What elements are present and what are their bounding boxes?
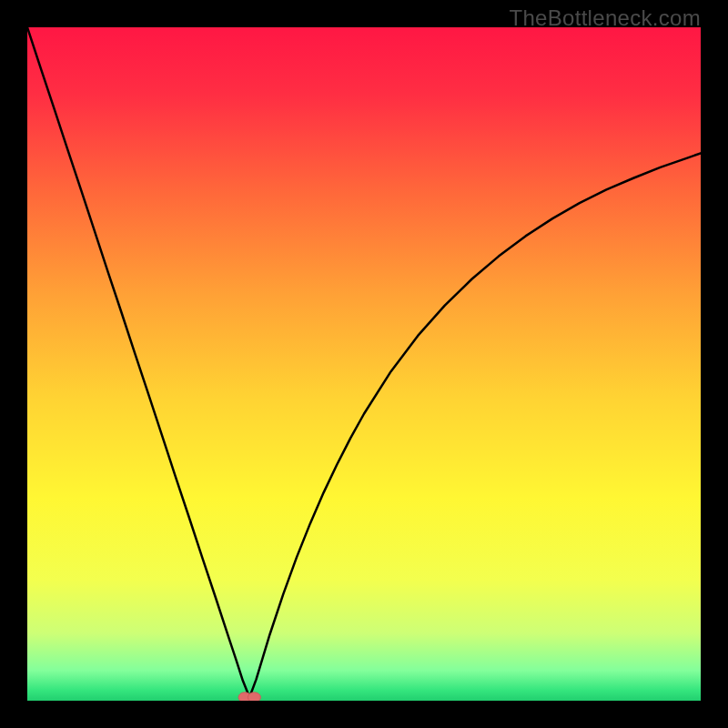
watermark-text: TheBottleneck.com bbox=[509, 5, 701, 31]
min-markers bbox=[238, 693, 260, 701]
chart-svg bbox=[27, 27, 701, 701]
chart-frame: TheBottleneck.com bbox=[0, 0, 728, 728]
min-marker-dot bbox=[248, 693, 260, 701]
gradient-background bbox=[27, 27, 701, 701]
plot-area bbox=[27, 27, 701, 701]
